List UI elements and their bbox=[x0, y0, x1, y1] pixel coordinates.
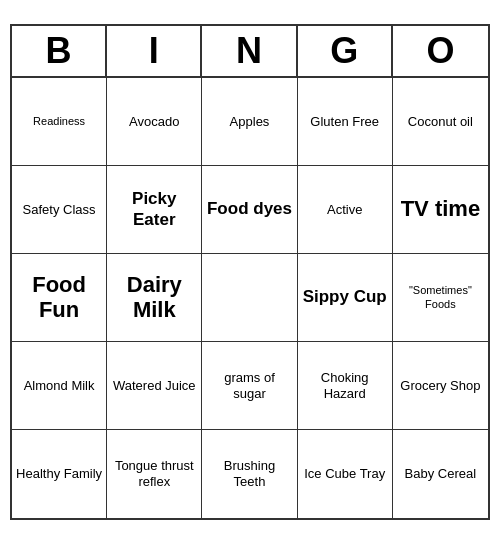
bingo-card: BINGO ReadinessAvocadoApplesGluten FreeC… bbox=[10, 24, 490, 520]
bingo-cell: Choking Hazard bbox=[298, 342, 393, 430]
bingo-cell: Readiness bbox=[12, 78, 107, 166]
bingo-cell: Tongue thrust reflex bbox=[107, 430, 202, 518]
bingo-letter: I bbox=[107, 26, 202, 76]
bingo-cell: Ice Cube Tray bbox=[298, 430, 393, 518]
bingo-cell: TV time bbox=[393, 166, 488, 254]
bingo-header: BINGO bbox=[12, 26, 488, 78]
bingo-cell: Gluten Free bbox=[298, 78, 393, 166]
bingo-cell: Active bbox=[298, 166, 393, 254]
bingo-cell: Baby Cereal bbox=[393, 430, 488, 518]
bingo-cell: Food Fun bbox=[12, 254, 107, 342]
bingo-cell: Avocado bbox=[107, 78, 202, 166]
bingo-cell: Watered Juice bbox=[107, 342, 202, 430]
bingo-cell: grams of sugar bbox=[202, 342, 297, 430]
bingo-letter: G bbox=[298, 26, 393, 76]
bingo-grid: ReadinessAvocadoApplesGluten FreeCoconut… bbox=[12, 78, 488, 518]
bingo-cell: Almond Milk bbox=[12, 342, 107, 430]
bingo-cell: Brushing Teeth bbox=[202, 430, 297, 518]
bingo-letter: B bbox=[12, 26, 107, 76]
bingo-letter: O bbox=[393, 26, 488, 76]
bingo-cell: Safety Class bbox=[12, 166, 107, 254]
bingo-cell: Picky Eater bbox=[107, 166, 202, 254]
bingo-cell: Apples bbox=[202, 78, 297, 166]
bingo-cell: Healthy Family bbox=[12, 430, 107, 518]
bingo-cell: Grocery Shop bbox=[393, 342, 488, 430]
bingo-cell: Sippy Cup bbox=[298, 254, 393, 342]
bingo-cell: Coconut oil bbox=[393, 78, 488, 166]
bingo-letter: N bbox=[202, 26, 297, 76]
bingo-cell: Dairy Milk bbox=[107, 254, 202, 342]
bingo-cell bbox=[202, 254, 297, 342]
bingo-cell: "Sometimes" Foods bbox=[393, 254, 488, 342]
bingo-cell: Food dyes bbox=[202, 166, 297, 254]
